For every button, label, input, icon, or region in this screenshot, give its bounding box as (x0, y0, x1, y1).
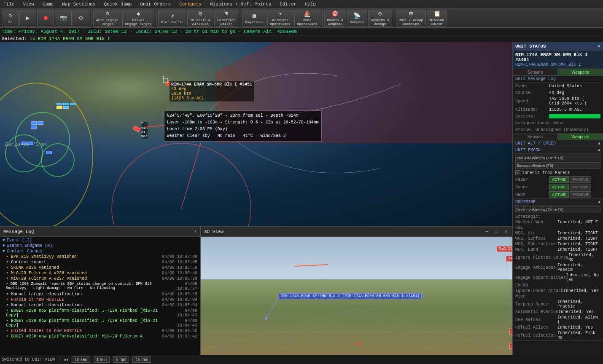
systems-damage-button[interactable]: ⚙ Systems &Damage (368, 10, 392, 27)
auto-engage-button[interactable]: ⊙ Auto EngageTarget (93, 10, 121, 27)
mission-editor-button[interactable]: 📋 MissionEditor (427, 10, 447, 27)
aircraft-ops-button[interactable]: ✈ AircraftOperations (267, 10, 293, 27)
log-entry-6[interactable]: • Manual target classification 04/08 10:… (1, 292, 199, 297)
view-3d-minimize[interactable]: — (484, 229, 490, 234)
svg-line-6 (357, 309, 513, 351)
view-3d-header: 3D View — □ ✕ (201, 227, 512, 237)
log-text-4: • MiG-29 Fulcrum A #237 vanished (6, 276, 87, 281)
doctrine-header[interactable]: DOCTRINE ▲ (513, 199, 603, 206)
sam-line (506, 261, 506, 269)
doctrine-collapse[interactable]: ▲ (598, 200, 600, 204)
sensors-window-btn[interactable]: Sensors Window (F9) (515, 162, 600, 169)
menu-quick-jump[interactable]: Quick Jump (102, 2, 133, 7)
inherit-checkbox[interactable]: ✓ (515, 170, 520, 175)
tab-sensors[interactable]: Sensors (513, 69, 558, 75)
plot-label: Plot Course (161, 20, 183, 24)
settings-button[interactable]: ⚙ (73, 10, 89, 27)
time-15sec[interactable]: 15 sec (72, 356, 90, 363)
unit-label-speed: 2650 kts (171, 91, 252, 96)
alt-speed-collapse[interactable]: ▲ (598, 141, 600, 146)
unit-info-section: Side: United States Course: 43 deg Speed… (513, 83, 603, 134)
log-entry-11[interactable]: • United States is now HOSTILE 04/08 10:… (1, 328, 199, 334)
log-entry-5[interactable]: • DDG 1000 Zumwalt reports BDA status ch… (1, 281, 199, 292)
menu-map-settings[interactable]: Map Settings (60, 2, 97, 7)
sep1 (91, 11, 92, 26)
log-entry-10[interactable]: • BOGEY #238 now platform-classified: J-… (1, 318, 199, 328)
unit-alt-speed-header[interactable]: UNIT ALT / SPEED ▲ (513, 140, 603, 147)
log-entry-0[interactable]: • BPK 810 Smetlivyy vanished 04/08 10:07… (1, 254, 199, 260)
throttle-button[interactable]: ⚙ Throttle &Altitude (187, 10, 213, 27)
ignore-attack-value: Inherited, Yes (563, 289, 600, 293)
time-1min[interactable]: 1 min (94, 356, 110, 363)
play-button[interactable]: ▶ (19, 10, 36, 27)
radar-active-btn[interactable]: ACTIVE (549, 176, 569, 183)
manual-engage-button[interactable]: ✱ ManualEngage Target (122, 10, 154, 27)
unit-status-close[interactable]: ✕ (598, 43, 600, 49)
region-label: Darya-ye 'Oman (5, 142, 48, 147)
log-entry-7[interactable]: • Russia is now HOSTILE 04/08 10:05:04 (1, 297, 199, 302)
screenshot-button[interactable]: 📷 (55, 10, 72, 27)
sensors-button[interactable]: 📡 Sensors (347, 10, 367, 27)
unit-status-header: UNIT STATUS ✕ (513, 42, 603, 51)
refuel-selection-label: Refuel Selection (515, 333, 557, 338)
speed-value: TAS 2650 kts ( Grid 2604 kts ( (549, 96, 600, 106)
boat-ops-button[interactable]: ⛵ BoatOperations (294, 10, 320, 27)
view-3d-close[interactable]: ✕ (503, 229, 509, 234)
unit-emcon-header[interactable]: UNIT EMCON ▲ (513, 147, 603, 154)
emcon-window-btn[interactable]: EMCON Window (Ctrl + F9) (515, 155, 600, 161)
log-entry-2[interactable]: • SKUNK #235 vanished 04/08 10:06:50 (1, 265, 199, 270)
log-group-contact[interactable]: ▼ Contact Change (1, 249, 199, 254)
oecm-active-btn[interactable]: ACTIVE (549, 191, 569, 198)
menu-contacts[interactable]: Contacts (178, 2, 203, 7)
view-3d-maximize[interactable]: □ (493, 229, 500, 234)
svg-line-2 (143, 125, 167, 127)
menu-editor[interactable]: Editor (278, 2, 298, 7)
message-log-download[interactable]: ⬇ (194, 229, 197, 234)
time-5min[interactable]: 5 min (113, 356, 129, 363)
oecm-passive-btn[interactable]: PASSIVE (570, 191, 592, 198)
log-entry-9[interactable]: • BOGEY #239 now platform-classified: J-… (1, 308, 199, 318)
magazines-button[interactable]: ▦ Magazines (242, 10, 266, 27)
formation-button[interactable]: ⊞ FormationEditor (214, 10, 238, 27)
sonar-passive-btn[interactable]: PASSIVE (570, 184, 592, 190)
unit-message-log[interactable]: Unit Message Log (513, 76, 603, 83)
menu-missions[interactable]: Missions + Ref. Points (208, 2, 273, 7)
log-text-2: • SKUNK #235 vanished (6, 265, 59, 270)
log-entry-3[interactable]: • MiG-29 Fulcrum A #236 vanished 04/08 1… (1, 270, 199, 276)
record-button[interactable]: ⏺ (37, 10, 54, 27)
log-entry-1[interactable]: • Contact report 04/08 10:07:45 (1, 260, 199, 265)
time-15min[interactable]: 15 min (132, 356, 151, 363)
right-panel: UNIT STATUS ✕ RIM-174A ERAM SM-6MR Blk I… (512, 42, 603, 355)
menu-file[interactable]: File (2, 2, 16, 7)
sensors-sub-btn[interactable]: Sensors (513, 134, 558, 140)
log-time-1: 04/08 10:07:45 (162, 260, 197, 265)
plot-course-button[interactable]: ↗ Plot Course (158, 10, 186, 27)
tab-weapons[interactable]: Weapons (558, 69, 603, 75)
pause-button[interactable]: ⊙ x1 (2, 10, 19, 27)
map-area[interactable]: 7 min 31 sec 1 (0, 42, 512, 226)
unit-status-title: UNIT STATUS (515, 44, 546, 49)
use-refuel-row: Use Refuel Inherited, Allow ( (513, 315, 603, 325)
formation-label: FormationEditor (217, 18, 235, 26)
menu-view[interactable]: View (21, 2, 35, 7)
weapons-sub-btn[interactable]: Weapons (558, 134, 603, 140)
log-entry-12[interactable]: • BOGEY #236 now platform-classified: Mi… (1, 334, 199, 339)
log-group-weapon[interactable]: ▼ Weapon Endgame (0) (1, 243, 199, 249)
wcs-sub-value: Inherited, TIGHT (557, 242, 600, 246)
menu-unit-orders[interactable]: Unit Orders (138, 2, 172, 7)
doctrine-window-btn[interactable]: Doctrine Window (Ctrl + F9) (515, 206, 600, 213)
message-log-content[interactable]: ▼ Event (13) ▼ Weapon Endgame (0) ▼ Cont… (0, 237, 200, 355)
view-3d-content[interactable]: MiG-21 (Merkum #2) SAM Pit (RBS 70 MK1 M… (201, 237, 512, 355)
mounts-weapons-button[interactable]: 🎯 Mounts &Weapons (324, 10, 346, 27)
weapons-icon: 🎯 (331, 10, 339, 17)
menu-help[interactable]: Help (303, 2, 318, 7)
radar-passive-btn[interactable]: PASSIVE (570, 176, 592, 183)
menu-game[interactable]: Game (41, 2, 55, 7)
unit-group-button[interactable]: ⊞ Unit / GroupDoctrine (396, 10, 426, 27)
log-entry-4[interactable]: • MiG-29 Fulcrum A #237 vanished 04/08 1… (1, 276, 199, 281)
emcon-collapse[interactable]: ▲ (598, 148, 600, 153)
log-entry-8[interactable]: • Manual target classification 04/08 10:… (1, 302, 199, 308)
sonar-active-btn[interactable]: ACTIVE (549, 184, 569, 190)
log-group-event[interactable]: ▼ Event (13) (1, 238, 199, 243)
view-3d-title: 3D View (204, 229, 223, 234)
